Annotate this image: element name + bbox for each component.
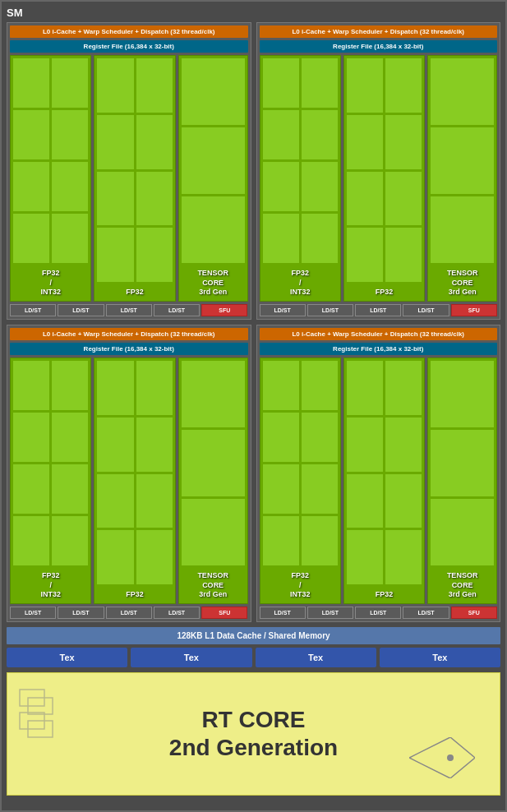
fp32-label-4: FP32 (344, 587, 424, 603)
warp-scheduler-bar-2: L0 i-Cache + Warp Scheduler + Dispatch (… (260, 25, 498, 38)
mini-cell (12, 161, 50, 212)
register-file-bar-3: Register File (16,384 x 32-bit) (10, 343, 248, 355)
mini-cell (262, 412, 300, 463)
tensor-mini-cell (430, 58, 495, 126)
mini-cell (301, 58, 339, 108)
mini-cell (262, 213, 300, 264)
mini-cell (301, 360, 339, 411)
fp32-int32-label-3: FP32/INT32 (11, 568, 90, 603)
rt-core-box: RT CORE 2nd Generation (7, 672, 500, 796)
ldst-unit-16: LD/ST (403, 607, 449, 619)
mini-cell (301, 412, 339, 463)
mini-cell (12, 360, 50, 411)
tex-unit-4: Tex (380, 648, 500, 667)
mini-cell (385, 360, 422, 416)
tensor-label-2: TENSORCORE3rd Gen (428, 265, 496, 301)
fp32-int32-col-3: FP32/INT32 (10, 358, 91, 604)
cores-area-4: FP32/INT32 FP32 (260, 358, 498, 604)
rt-core-line1: RT CORE (169, 706, 338, 734)
tensor-mini-cell (181, 498, 246, 566)
rt-core-text: RT CORE 2nd Generation (169, 706, 338, 761)
mini-cell (262, 464, 300, 514)
fp32-label-3: FP32 (94, 587, 174, 603)
sfu-unit-4: SFU (451, 607, 497, 619)
mini-cell (12, 213, 50, 264)
quadrant-2: L0 i-Cache + Warp Scheduler + Dispatch (… (256, 22, 501, 320)
mini-cell (346, 171, 384, 227)
mini-cell (12, 58, 50, 108)
fp32-int32-label-2: FP32/INT32 (260, 265, 340, 301)
cores-area-1: FP32/INT32 FP32 (10, 55, 248, 302)
tensor-mini-cell (181, 127, 246, 195)
ldst-unit-13: LD/ST (260, 607, 306, 619)
mini-cell (262, 161, 300, 212)
mini-cell (12, 515, 50, 566)
mini-cell (51, 464, 89, 514)
mini-cell (51, 161, 89, 212)
mini-cell (136, 58, 173, 113)
mini-cell (301, 161, 339, 212)
ldst-unit-9: LD/ST (10, 607, 56, 619)
fp32-int32-label-1: FP32/INT32 (11, 265, 90, 301)
mini-cell (385, 227, 422, 283)
fp32-col-2: FP32 (343, 55, 425, 302)
mini-cell (96, 227, 134, 283)
mini-cell (96, 473, 134, 529)
mini-cell (51, 515, 89, 566)
mini-cell (385, 417, 422, 473)
warp-scheduler-bar-1: L0 i-Cache + Warp Scheduler + Dispatch (… (10, 25, 248, 38)
ldst-unit-2: LD/ST (58, 304, 104, 316)
tensor-mini-cell (181, 360, 246, 428)
svg-marker-4 (409, 737, 475, 778)
mini-cell (346, 473, 384, 529)
ldst-unit-4: LD/ST (154, 304, 200, 316)
mini-cell (385, 114, 422, 170)
mini-cell (385, 473, 422, 529)
rt-arrow-icon (409, 737, 475, 778)
sm-label: SM (7, 7, 500, 19)
ldst-unit-1: LD/ST (10, 304, 56, 316)
mini-cell (51, 58, 89, 108)
warp-scheduler-bar-4: L0 i-Cache + Warp Scheduler + Dispatch (… (260, 328, 498, 340)
mini-cell (262, 58, 300, 108)
sfu-unit-2: SFU (451, 304, 497, 316)
tex-unit-1: Tex (7, 648, 127, 667)
mini-cell (96, 360, 134, 416)
mini-cell (301, 464, 339, 514)
bottom-section: 128KB L1 Data Cache / Shared Memory Tex … (7, 627, 500, 796)
mini-cell (136, 360, 173, 416)
ldst-unit-3: LD/ST (106, 304, 152, 316)
quadrant-1: L0 i-Cache + Warp Scheduler + Dispatch (… (7, 22, 251, 320)
tensor-col-4: TENSORCORE3rd Gen (427, 358, 497, 604)
l1-cache-bar: 128KB L1 Data Cache / Shared Memory (7, 627, 500, 644)
cores-area-2: FP32/INT32 FP32 (260, 55, 498, 302)
tensor-mini-cell (430, 196, 495, 264)
tensor-label-3: TENSORCORE3rd Gen (179, 568, 247, 603)
mini-cell (12, 464, 50, 514)
tensor-col-1: TENSORCORE3rd Gen (178, 55, 248, 302)
fp32-int32-col-1: FP32/INT32 (10, 55, 91, 302)
fp32-label-2: FP32 (344, 284, 424, 301)
mini-cell (96, 114, 134, 170)
bottom-units-1: LD/ST LD/ST LD/ST LD/ST SFU (10, 304, 248, 316)
mini-cell (96, 171, 134, 227)
mini-cell (262, 360, 300, 411)
tensor-mini-cell (181, 58, 246, 126)
register-file-bar-2: Register File (16,384 x 32-bit) (260, 40, 498, 53)
fp32-int32-label-4: FP32/INT32 (260, 568, 340, 603)
mini-cell (385, 58, 422, 113)
cores-area-3: FP32/INT32 FP32 (10, 358, 248, 604)
mini-cell (346, 529, 384, 585)
mini-cell (51, 213, 89, 264)
mini-cell (96, 417, 134, 473)
quadrants-grid: L0 i-Cache + Warp Scheduler + Dispatch (… (7, 22, 500, 622)
quadrant-3: L0 i-Cache + Warp Scheduler + Dispatch (… (7, 325, 251, 622)
bottom-units-2: LD/ST LD/ST LD/ST LD/ST SFU (260, 304, 498, 316)
fp32-col-1: FP32 (94, 55, 175, 302)
fp32-label-1: FP32 (94, 284, 174, 301)
mini-cell (51, 109, 89, 160)
fp32-int32-col-2: FP32/INT32 (260, 55, 341, 302)
ldst-unit-15: LD/ST (355, 607, 401, 619)
tensor-mini-cell (430, 127, 495, 195)
ldst-unit-10: LD/ST (58, 607, 104, 619)
